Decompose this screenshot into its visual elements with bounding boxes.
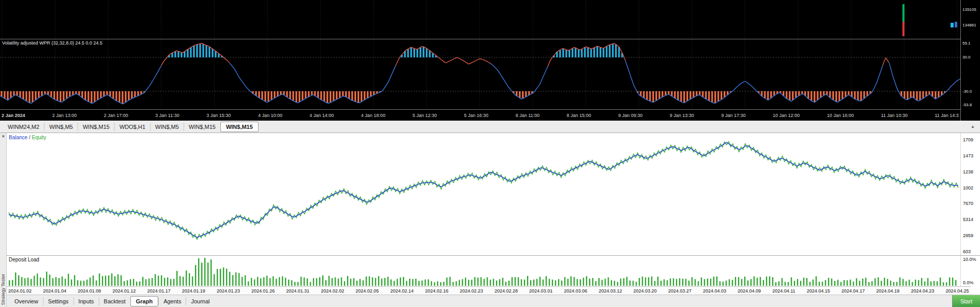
chart-tab[interactable]: WINM24,M2: [3, 123, 44, 131]
time-axis-label: 8 Jan 15:00: [567, 113, 591, 118]
time-axis-label: 2 Jan 2024: [2, 113, 25, 118]
chart-tab[interactable]: WIN$,M15: [78, 123, 114, 131]
time-axis-label: 8 Jan 11:00: [516, 113, 539, 118]
time-axis-label: 2 Jan 13:00: [52, 113, 77, 118]
time-axis-label: 4 Jan 18:00: [361, 113, 385, 118]
date-axis-label: 2024.03.06: [564, 288, 587, 294]
close-icon[interactable]: ✕: [2, 134, 5, 139]
indicator-label: Volatility adjusted WPR (32,32,8.0) 24.5…: [2, 40, 102, 46]
indicator-scale-value: -53.8: [961, 103, 980, 107]
date-axis-label: 2024.03.12: [599, 288, 622, 294]
date-axis-label: 2024.04.03: [703, 288, 726, 294]
deposit-load-pane[interactable]: Deposit Load: [7, 256, 960, 286]
date-axis-label: 2024.01.12: [112, 288, 135, 294]
time-axis[interactable]: 2 Jan 2024 2 Jan 13:00 2 Jan 17:00 3 Jan…: [0, 110, 960, 121]
time-axis-label: 3 Jan 15:30: [206, 113, 231, 118]
balance-axis: 1709 1473 1238 1002 7670 5314 2959 603: [960, 133, 980, 255]
date-axis-label: 2024.02.28: [494, 288, 518, 294]
chart-corner-icon: [951, 23, 954, 27]
tester-panel-title: Strategy Tester: [1, 274, 6, 305]
deposit-axis-min: 0.0%: [963, 280, 979, 285]
balance-axis-label: 1709: [963, 137, 979, 142]
date-axis-label: 2024.02.14: [390, 288, 414, 294]
tester-tab-inputs[interactable]: Inputs: [73, 297, 99, 305]
date-axis-label: 2024.02.16: [425, 288, 448, 294]
chart-tab[interactable]: WIN$,M5: [150, 123, 184, 131]
candlestick-down: [902, 22, 904, 36]
tab-scroll-icon[interactable]: ▲: [971, 124, 975, 129]
time-axis-label: 5 Jan 16:30: [464, 113, 488, 118]
price-scale-column[interactable]: 135105 134861 55.1 30.0 -30.0 -53.8: [960, 0, 980, 121]
time-axis-label: 4 Jan 10:00: [258, 113, 282, 118]
deposit-axis-max: 10.0%: [963, 257, 979, 262]
date-axis-label: 2024.04.11: [772, 288, 795, 294]
time-axis-label: 9 Jan 09:30: [618, 113, 642, 118]
date-axis-label: 2024.03.01: [529, 288, 552, 294]
time-axis-label: 9 Jan 17:30: [721, 113, 746, 118]
indicator-scale-value: 55.1: [961, 41, 980, 46]
time-axis-label: 11 Jan 10:30: [881, 113, 908, 118]
start-button[interactable]: Start: [952, 295, 980, 307]
date-axis-label: 2024.01.31: [286, 288, 309, 294]
tester-tab-graph[interactable]: Graph: [130, 296, 158, 306]
balance-chart-pane[interactable]: Balance / Equity: [7, 133, 960, 255]
time-axis-label: 10 Jan 16:00: [827, 113, 854, 118]
time-axis-label: 3 Jan 11:30: [155, 113, 179, 118]
date-axis-label: 2024.04.25: [946, 288, 969, 294]
chart-tab-bar: WINM24,M2 WIN$,M5 WIN$,M15 WDO$,H1 WIN$,…: [0, 121, 980, 133]
date-axis-label: 2024.01.19: [182, 288, 205, 294]
deposit-axis: 10.0% 0.0%: [960, 256, 980, 286]
tester-tab-agents[interactable]: Agents: [158, 297, 186, 305]
balance-chart-canvas: [7, 133, 960, 255]
date-axis-label: 2024.02.05: [356, 288, 379, 294]
tester-tab-bar: Overview Settings Inputs Backtest Graph …: [7, 295, 980, 307]
balance-axis-label: 1473: [963, 153, 979, 158]
price-chart-pane[interactable]: [0, 0, 960, 39]
date-axis-label: 2024.02.23: [460, 288, 483, 294]
date-axis-label: 2024.03.27: [668, 288, 691, 294]
date-axis-label: 2024.04.09: [737, 288, 761, 294]
chart-legend: Balance / Equity: [9, 135, 46, 140]
wpr-indicator-canvas: [0, 39, 960, 109]
price-scale-value: 135105: [961, 7, 980, 12]
legend-balance: Balance: [9, 135, 27, 140]
deposit-load-label: Deposit Load: [9, 257, 39, 262]
date-axis-label: 2024.01.04: [43, 288, 66, 294]
chart-tab[interactable]: WIN$,M15: [184, 123, 220, 131]
candlestick-up: [902, 4, 904, 22]
tester-tab-journal[interactable]: Journal: [186, 297, 214, 305]
date-axis-label: 2024.04.23: [911, 288, 934, 294]
date-axis-label: 2024.01.23: [217, 288, 240, 294]
chart-tab[interactable]: WIN$,M5: [44, 123, 78, 131]
date-axis-label: 2024.02.02: [321, 288, 344, 294]
date-axis-label: 2024.01.02: [8, 288, 32, 294]
chart-tab-active[interactable]: WIN$,M15: [220, 122, 259, 132]
tester-side-bar: ✕ Strategy Tester: [0, 133, 7, 307]
chart-tab[interactable]: WDO$,H1: [114, 123, 150, 131]
date-axis-label: 2024.03.20: [634, 288, 657, 294]
time-axis-label: 10 Jan 12:00: [773, 113, 800, 118]
date-axis-label: 2024.04.15: [807, 288, 830, 294]
date-axis-label: 2024.01.17: [147, 288, 171, 294]
indicator-scale-value: -30.0: [961, 89, 980, 94]
tester-tab-settings[interactable]: Settings: [43, 297, 73, 305]
tester-tab-backtest[interactable]: Backtest: [99, 297, 130, 305]
mt5-window: Volatility adjusted WPR (32,32,8.0) 24.5…: [0, 0, 980, 307]
tester-tab-overview[interactable]: Overview: [10, 297, 43, 305]
balance-axis-label: 1238: [963, 169, 979, 174]
date-axis-label: 2024.01.08: [78, 288, 101, 294]
time-axis-label: 5 Jan 12:30: [413, 113, 437, 118]
price-chart-canvas: [0, 0, 960, 39]
strategy-tester-panel: ✕ Strategy Tester Balance / Equity 1709 …: [0, 133, 980, 307]
balance-axis-label: 5314: [963, 217, 979, 222]
wpr-indicator-pane[interactable]: Volatility adjusted WPR (32,32,8.0) 24.5…: [0, 39, 960, 109]
price-scale-value: 134861: [961, 23, 980, 27]
time-axis-label: 4 Jan 14:00: [309, 113, 334, 118]
balance-axis-label: 7670: [963, 201, 979, 206]
time-axis-label: 9 Jan 13:30: [670, 113, 694, 118]
date-axis[interactable]: 2024.01.02 2024.01.04 2024.01.08 2024.01…: [7, 286, 971, 295]
balance-axis-label: 603: [963, 249, 979, 254]
time-axis-label: 11 Jan 14:3: [934, 113, 958, 118]
balance-axis-label: 2959: [963, 233, 979, 238]
date-axis-label: 2024.01.26: [251, 288, 275, 294]
